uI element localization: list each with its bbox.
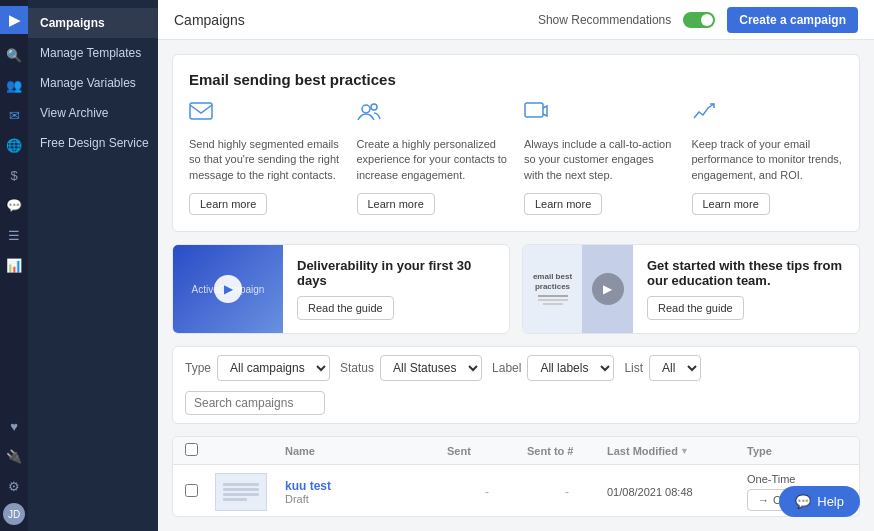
thumb-line-2	[223, 488, 259, 491]
header-sent-to: Sent to #	[527, 445, 607, 457]
filters-bar: Type All campaigns Status All Statuses L…	[172, 346, 860, 424]
bp-icon-1	[357, 102, 509, 127]
learn-more-btn-2[interactable]: Learn more	[524, 193, 602, 215]
filter-label-select[interactable]: All labels	[527, 355, 614, 381]
learn-more-btn-1[interactable]: Learn more	[357, 193, 435, 215]
filter-label-label: Label	[492, 361, 521, 375]
sidebar-item-manage-templates[interactable]: Manage Templates	[28, 38, 158, 68]
bp-item-0: Send highly segmented emails so that you…	[189, 102, 341, 215]
nav-globe-icon[interactable]: 🌐	[1, 132, 27, 158]
guide-card-1: email best practices ▶ Get s	[522, 244, 860, 334]
header-last-modified[interactable]: Last Modified ▼	[607, 445, 747, 457]
show-recommendations-toggle[interactable]	[683, 12, 715, 28]
thumb-lines	[223, 481, 259, 503]
sidebar-item-campaigns[interactable]: Campaigns	[28, 8, 158, 38]
select-all-checkbox[interactable]	[185, 443, 198, 456]
row-last-modified: 01/08/2021 08:48	[607, 486, 747, 498]
best-practices-title: Email sending best practices	[189, 71, 843, 88]
app-logo[interactable]: ▶	[0, 6, 28, 34]
avatar[interactable]: JD	[3, 503, 25, 525]
search-input[interactable]	[185, 391, 325, 415]
row-thumbnail	[215, 473, 285, 511]
header-type: Type	[747, 445, 847, 457]
nav-users-icon[interactable]: 👥	[1, 72, 27, 98]
content-area: Email sending best practices Send highly…	[158, 40, 874, 531]
bp-icon-3	[692, 102, 844, 127]
row-sent: -	[447, 485, 527, 499]
top-bar: Campaigns Show Recommendations Create a …	[158, 0, 874, 40]
nav-list-icon[interactable]: ☰	[1, 222, 27, 248]
filter-group-status: Status All Statuses	[340, 355, 482, 381]
guide-thumb-left-1: email best practices	[523, 245, 582, 333]
table-row: kuu test Draft - - 01/08/2021 08:48 One-…	[173, 465, 859, 517]
nav-chart-icon[interactable]: 📊	[1, 252, 27, 278]
nav-plugin-icon[interactable]: 🔌	[1, 443, 27, 469]
bp-item-2: Always include a call-to-action so your …	[524, 102, 676, 215]
bp-text-1: Create a highly personalized experience …	[357, 137, 509, 183]
create-campaign-button[interactable]: Create a campaign	[727, 7, 858, 33]
sort-arrow-icon: ▼	[680, 446, 689, 456]
guide-row: ActiveCampaign ▶ Deliverability in your …	[172, 244, 860, 334]
read-guide-btn-0[interactable]: Read the guide	[297, 296, 394, 320]
help-button[interactable]: 💬 Help	[779, 486, 860, 517]
row-checkbox	[185, 484, 215, 500]
filter-type-select[interactable]: All campaigns	[217, 355, 330, 381]
thumb-line-3	[223, 493, 259, 496]
icon-sidebar: ▶ 🔍 👥 ✉ 🌐 $ 💬 ☰ 📊 ♥ 🔌 ⚙ JD	[0, 0, 28, 531]
play-button-1[interactable]: ▶	[592, 273, 624, 305]
nav-heart-icon[interactable]: ♥	[1, 413, 27, 439]
left-nav: Campaigns Manage Templates Manage Variab…	[28, 0, 158, 531]
campaign-status: Draft	[285, 493, 447, 505]
bp-text-0: Send highly segmented emails so that you…	[189, 137, 341, 183]
thumb-line-1	[223, 483, 259, 486]
sidebar-item-manage-variables[interactable]: Manage Variables	[28, 68, 158, 98]
filter-group-label: Label All labels	[492, 355, 614, 381]
nav-search-icon[interactable]: 🔍	[1, 42, 27, 68]
play-button-0[interactable]: ▶	[214, 275, 242, 303]
guide-title-0: Deliverability in your first 30 days	[297, 258, 495, 288]
learn-more-btn-3[interactable]: Learn more	[692, 193, 770, 215]
nav-chat-icon[interactable]: 💬	[1, 192, 27, 218]
header-sent: Sent	[447, 445, 527, 457]
filter-list-label: List	[624, 361, 643, 375]
row-sent-to: -	[527, 485, 607, 499]
guide-title-1: Get started with these tips from our edu…	[647, 258, 845, 288]
main-content: Campaigns Show Recommendations Create a …	[158, 0, 874, 531]
bp-item-1: Create a highly personalized experience …	[357, 102, 509, 215]
bp-text-2: Always include a call-to-action so your …	[524, 137, 676, 183]
filter-group-type: Type All campaigns	[185, 355, 330, 381]
filter-status-select[interactable]: All Statuses	[380, 355, 482, 381]
nav-gear-icon[interactable]: ⚙	[1, 473, 27, 499]
filter-type-label: Type	[185, 361, 211, 375]
best-practices-card: Email sending best practices Send highly…	[172, 54, 860, 232]
svg-point-2	[371, 104, 377, 110]
header-checkbox	[185, 443, 215, 458]
campaign-thumbnail	[215, 473, 267, 511]
row-type: One-Time	[747, 473, 847, 485]
svg-rect-0	[190, 103, 212, 119]
bp-text-3: Keep track of your email performance to …	[692, 137, 844, 183]
thumb-line-4	[223, 498, 247, 501]
guide-thumb-play-1: ▶	[582, 245, 633, 333]
logo-icon: ▶	[9, 12, 20, 28]
header-name: Name	[285, 445, 447, 457]
sidebar-item-view-archive[interactable]: View Archive	[28, 98, 158, 128]
bp-icon-0	[189, 102, 341, 127]
best-practices-grid: Send highly segmented emails so that you…	[189, 102, 843, 215]
read-guide-btn-1[interactable]: Read the guide	[647, 296, 744, 320]
svg-point-1	[362, 105, 370, 113]
page-title: Campaigns	[174, 12, 245, 28]
sidebar-item-free-design-service[interactable]: Free Design Service	[28, 128, 158, 158]
nav-mail-icon[interactable]: ✉	[1, 102, 27, 128]
filter-list-select[interactable]: All	[649, 355, 701, 381]
row-name-cell: kuu test Draft	[285, 479, 447, 505]
nav-dollar-icon[interactable]: $	[1, 162, 27, 188]
guide-thumb-right-1: ▶	[582, 245, 633, 333]
row-select-checkbox[interactable]	[185, 484, 198, 497]
guide-thumb-text-1: email best practices	[527, 272, 578, 293]
guide-card-0: ActiveCampaign ▶ Deliverability in your …	[172, 244, 510, 334]
learn-more-btn-0[interactable]: Learn more	[189, 193, 267, 215]
help-icon: 💬	[795, 494, 811, 509]
campaign-name[interactable]: kuu test	[285, 479, 447, 493]
svg-rect-3	[525, 103, 543, 117]
